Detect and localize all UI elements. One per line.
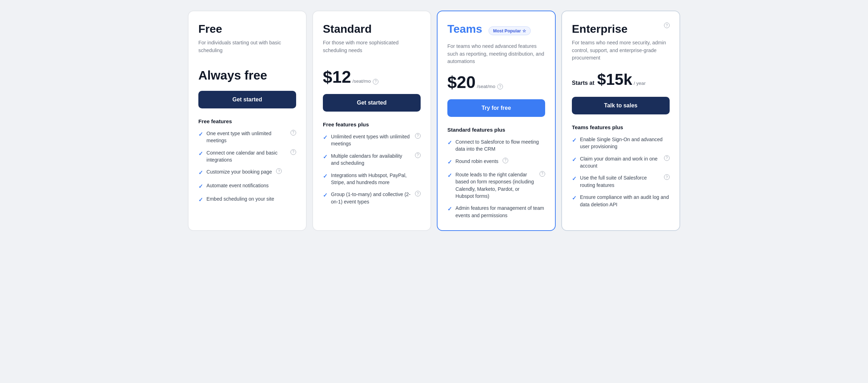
list-item: ✓ Route leads to the right calendar base… — [447, 171, 545, 200]
cta-button-free[interactable]: Get started — [198, 91, 296, 108]
list-item: ✓ Group (1-to-many) and collective (2-on… — [323, 191, 421, 205]
price-always-free: Always free — [198, 69, 267, 82]
features-label-free: Free features — [198, 118, 296, 124]
feature-list-standard: ✓ Unlimited event types with unlimited m… — [323, 133, 421, 205]
help-icon[interactable]: ? — [664, 155, 670, 161]
plan-description-standard: For those with more sophisticated schedu… — [323, 39, 421, 60]
cta-button-teams[interactable]: Try for free — [447, 99, 545, 117]
list-item: ✓ Embed scheduling on your site — [198, 195, 296, 204]
list-item: ✓ Claim your domain and work in one acco… — [572, 155, 670, 170]
feature-text: Customize your booking page — [206, 168, 272, 175]
feature-text: Unlimited event types with unlimited mee… — [331, 133, 411, 147]
check-icon: ✓ — [572, 194, 576, 202]
star-icon: ☆ — [522, 28, 526, 33]
cta-button-standard[interactable]: Get started — [323, 94, 421, 112]
plan-card-standard: Standard For those with more sophisticat… — [312, 11, 431, 231]
check-icon: ✓ — [447, 139, 452, 147]
pricing-grid: Free For individuals starting out with b… — [188, 11, 680, 231]
price-row-standard: $12 /seat/mo ? — [323, 69, 421, 86]
help-icon[interactable]: ? — [415, 191, 421, 196]
list-item: ✓ Unlimited event types with unlimited m… — [323, 133, 421, 147]
badge-text: Most Popular — [493, 29, 521, 33]
feature-text: Connect to Salesforce to flow meeting da… — [455, 138, 545, 153]
list-item: ✓ Enable Single Sign-On and advanced use… — [572, 136, 670, 150]
check-icon: ✓ — [572, 175, 576, 183]
feature-text: Embed scheduling on your site — [206, 195, 274, 202]
list-item: ✓ Connect to Salesforce to flow meeting … — [447, 138, 545, 153]
list-item: ✓ Customize your booking page ? — [198, 168, 296, 177]
check-icon: ✓ — [323, 172, 327, 180]
check-icon: ✓ — [198, 150, 203, 158]
feature-text: Admin features for management of team ev… — [455, 205, 545, 219]
check-icon: ✓ — [447, 171, 452, 180]
plan-name-row-teams: Teams Most Popular ☆ — [447, 23, 545, 39]
price-suffix-teams: /seat/mo — [477, 84, 495, 89]
plan-description-free: For individuals starting out with basic … — [198, 39, 296, 60]
help-icon[interactable]: ? — [291, 130, 296, 136]
check-icon: ✓ — [198, 130, 203, 138]
help-icon[interactable]: ? — [291, 149, 296, 155]
plan-card-free: Free For individuals starting out with b… — [188, 11, 307, 231]
price-row-enterprise: Starts at $15k / year — [572, 70, 670, 88]
features-label-standard: Free features plus — [323, 121, 421, 127]
list-item: ✓ Connect one calendar and basic integra… — [198, 149, 296, 164]
price-help-icon-teams[interactable]: ? — [497, 84, 503, 89]
check-icon: ✓ — [447, 158, 452, 166]
plan-description-enterprise: For teams who need more security, admin … — [572, 39, 670, 62]
price-amount-standard: $12 — [323, 69, 351, 86]
list-item: ✓ One event type with unlimited meetings… — [198, 130, 296, 144]
feature-text: Integrations with Hubspot, PayPal, Strip… — [331, 172, 421, 186]
feature-text: Claim your domain and work in one accoun… — [580, 155, 660, 170]
feature-list-enterprise: ✓ Enable Single Sign-On and advanced use… — [572, 136, 670, 208]
features-label-enterprise: Teams features plus — [572, 124, 670, 130]
feature-text: Multiple calendars for availability and … — [331, 152, 411, 167]
feature-list-teams: ✓ Connect to Salesforce to flow meeting … — [447, 138, 545, 219]
plan-name-free: Free — [198, 23, 296, 36]
most-popular-badge: Most Popular ☆ — [489, 26, 531, 35]
feature-text: Enable Single Sign-On and advanced user … — [580, 136, 670, 150]
feature-text: One event type with unlimited meetings — [206, 130, 286, 144]
help-icon[interactable]: ? — [415, 133, 421, 139]
help-icon[interactable]: ? — [276, 168, 282, 174]
plan-card-enterprise: ? Enterprise For teams who need more sec… — [561, 11, 680, 231]
check-icon: ✓ — [323, 191, 327, 199]
plan-name-standard: Standard — [323, 23, 421, 36]
features-label-teams: Standard features plus — [447, 127, 545, 133]
list-item: ✓ Multiple calendars for availability an… — [323, 152, 421, 167]
price-suffix-standard: /seat/mo — [352, 79, 371, 84]
check-icon: ✓ — [572, 156, 576, 164]
price-starts-at: Starts at — [572, 80, 594, 86]
help-icon[interactable]: ? — [415, 152, 421, 158]
price-amount-teams: $20 — [447, 74, 476, 91]
list-item: ✓ Integrations with Hubspot, PayPal, Str… — [323, 172, 421, 186]
plan-name-enterprise: Enterprise — [572, 23, 670, 36]
list-item: ✓ Ensure compliance with an audit log an… — [572, 194, 670, 208]
feature-list-free: ✓ One event type with unlimited meetings… — [198, 130, 296, 204]
help-icon[interactable]: ? — [540, 171, 545, 177]
feature-text: Route leads to the right calendar based … — [455, 171, 535, 200]
check-icon: ✓ — [323, 133, 327, 142]
feature-text: Automate event notifications — [206, 182, 269, 189]
list-item: ✓ Use the full suite of Salesforce routi… — [572, 174, 670, 189]
feature-text: Round robin events — [455, 158, 498, 165]
check-icon: ✓ — [198, 182, 203, 190]
list-item: ✓ Automate event notifications — [198, 182, 296, 190]
price-suffix-enterprise: / year — [634, 81, 646, 86]
feature-text: Use the full suite of Salesforce routing… — [580, 174, 660, 189]
check-icon: ✓ — [572, 136, 576, 144]
feature-text: Connect one calendar and basic integrati… — [206, 149, 286, 164]
price-row-free: Always free — [198, 69, 296, 82]
list-item: ✓ Round robin events ? — [447, 158, 545, 166]
check-icon: ✓ — [447, 205, 452, 213]
price-amount-enterprise: $15k — [597, 70, 632, 88]
help-icon[interactable]: ? — [664, 174, 670, 180]
plan-card-teams: Teams Most Popular ☆ For teams who need … — [437, 11, 556, 231]
price-help-icon-standard[interactable]: ? — [373, 79, 378, 84]
check-icon: ✓ — [198, 169, 203, 177]
cta-button-enterprise[interactable]: Talk to sales — [572, 97, 670, 114]
help-icon[interactable]: ? — [503, 158, 508, 163]
list-item: ✓ Admin features for management of team … — [447, 205, 545, 219]
enterprise-help-icon[interactable]: ? — [664, 23, 670, 28]
plan-description-teams: For teams who need advanced features suc… — [447, 43, 545, 65]
check-icon: ✓ — [323, 153, 327, 161]
